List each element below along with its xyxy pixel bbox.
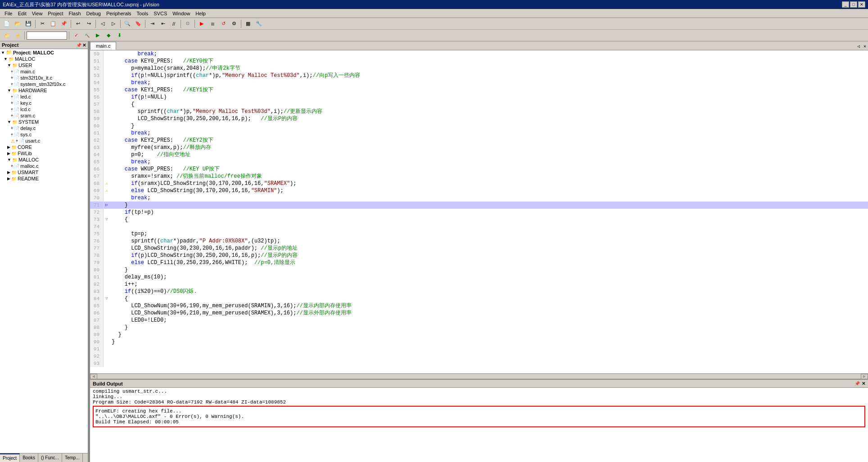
tree-readme-folder[interactable]: ▶ 📁 README: [0, 175, 88, 182]
mallocc-expand: +: [11, 164, 13, 168]
menu-edit[interactable]: Edit: [15, 10, 29, 17]
tab-books[interactable]: Books: [20, 453, 38, 462]
layout-btn[interactable]: ▦: [243, 19, 253, 28]
paste-btn[interactable]: 📌: [59, 19, 69, 28]
tab-project[interactable]: Project: [0, 453, 20, 462]
rebuild-btn[interactable]: ▶: [93, 31, 103, 40]
code-line-57: 57 {: [90, 101, 868, 108]
usmart-folder-icon: 📁: [11, 170, 17, 175]
code-line-88: 88 }: [90, 324, 868, 331]
project-panel-close[interactable]: ✕: [82, 43, 86, 48]
target-input[interactable]: MALLOC: [27, 31, 67, 40]
code-line-51: 51 case KEY0_PRES: //KEY0按下: [90, 58, 868, 65]
build-all-btn[interactable]: 🔨: [82, 31, 92, 40]
run-btn[interactable]: ▶: [197, 19, 207, 28]
tab-scroll-left[interactable]: ◁: [855, 43, 862, 50]
tree-main-c[interactable]: + 📄 main.c: [0, 68, 88, 75]
tree-key-label: key.c: [20, 100, 32, 106]
tab-functions[interactable]: () Func...: [38, 453, 62, 462]
new-file-btn[interactable]: 📄: [2, 19, 12, 28]
output-line-1: compiling usmart_str.c...: [93, 389, 865, 394]
outdent-btn[interactable]: ⇤: [158, 19, 168, 28]
build-btn[interactable]: ⚙: [183, 19, 193, 28]
tree-hardware-folder[interactable]: ▼ 📁 HARDWARE: [0, 87, 88, 94]
tree-malloc-root[interactable]: ▼ 📁 MALLOC: [0, 56, 88, 62]
menu-debug[interactable]: Debug: [84, 10, 104, 17]
reset-btn[interactable]: ↺: [218, 19, 228, 28]
delay-expand: +: [11, 126, 13, 130]
code-line-62: 62 case KEY2_PRES: //KEY2按下: [90, 137, 868, 144]
tree-system-stm32[interactable]: + 📄 system_stm32f10x.c: [0, 81, 88, 87]
menu-view[interactable]: View: [29, 10, 45, 17]
tree-malloc-c[interactable]: + 📄 malloc.c: [0, 163, 88, 169]
navigate-back-btn[interactable]: ◁: [98, 19, 108, 28]
navigate-fwd-btn[interactable]: ▷: [108, 19, 118, 28]
tree-led-c[interactable]: + 📄 led.c: [0, 94, 88, 100]
tree-user-folder[interactable]: ▼ 📁 USER: [0, 62, 88, 68]
tree-lcd-c[interactable]: + 📄 lcd.c: [0, 106, 88, 112]
tree-system-folder[interactable]: ▼ 📁 SYSTEM: [0, 119, 88, 125]
check-btn[interactable]: ✓: [71, 31, 81, 40]
output-close-btn[interactable]: ✕: [862, 381, 865, 386]
titlebar-controls[interactable]: _ □ ✕: [842, 1, 865, 8]
readme-expand-icon: ▶: [7, 176, 10, 181]
stop-btn[interactable]: ⏹: [208, 19, 217, 28]
tree-stm32-it-label: stm32f10x_it.c: [20, 75, 52, 81]
options-btn[interactable]: ⚙: [229, 19, 239, 28]
scroll-left-btn[interactable]: ◁: [90, 374, 97, 379]
open-btn[interactable]: 📂: [13, 19, 23, 28]
save-btn[interactable]: 💾: [23, 19, 33, 28]
tree-delay-c[interactable]: + 📄 delay.c: [0, 125, 88, 131]
sys-expand-icon: ▼: [7, 120, 11, 124]
search-btn[interactable]: 🔍: [122, 19, 132, 28]
proj-btn2[interactable]: ⚡: [13, 31, 23, 40]
code-line-92: 92: [90, 353, 868, 360]
menu-file[interactable]: File: [2, 10, 15, 17]
tree-core-folder[interactable]: ▶ 📁 CORE: [0, 144, 88, 150]
menu-window[interactable]: Window: [170, 10, 193, 17]
tree-project-root[interactable]: ▼ 📁 Project: MALLOC: [0, 49, 88, 56]
tree-sys-c[interactable]: + 📄 sys.c: [0, 131, 88, 138]
menu-peripherals[interactable]: Peripherals: [104, 10, 134, 17]
settings-btn[interactable]: 🔧: [254, 19, 264, 28]
comment-btn[interactable]: //: [169, 19, 179, 28]
tree-fwlib-folder[interactable]: ▶ 📁 FWLib: [0, 150, 88, 157]
tab-templates[interactable]: Temp...: [62, 453, 83, 462]
sep5: [145, 20, 145, 28]
cut-btn[interactable]: ✂: [37, 19, 47, 28]
tree-malloc-folder2[interactable]: ▼ 📁 MALLOC: [0, 157, 88, 163]
tree-usmart-folder[interactable]: ▶ 📁 USMART: [0, 169, 88, 175]
project-panel-pin[interactable]: 📌: [76, 43, 81, 48]
code-line-67: 67 sramx=!sramx; //切换当前malloc/free操作对象: [90, 173, 868, 180]
user-folder-icon: 📁: [12, 63, 18, 68]
output-pin-btn[interactable]: 📌: [854, 381, 860, 386]
menu-svcs[interactable]: SVCS: [151, 10, 170, 17]
maximize-button[interactable]: □: [850, 1, 857, 8]
tree-stm32-it[interactable]: + 📄 stm32f10x_it.c: [0, 75, 88, 81]
close-button[interactable]: ✕: [858, 1, 865, 8]
file-expand-icon2: +: [11, 76, 13, 80]
code-hscroll[interactable]: ◁ ▷: [90, 373, 868, 379]
tab-main-c[interactable]: main.c: [90, 42, 116, 50]
minimize-button[interactable]: _: [842, 1, 849, 8]
tree-sram-c[interactable]: + 📄 sram.c: [0, 112, 88, 119]
menu-project[interactable]: Project: [45, 10, 66, 17]
tree-key-c[interactable]: + 📄 key.c: [0, 100, 88, 106]
download-btn[interactable]: ⬇: [114, 31, 124, 40]
indent-btn[interactable]: ⇥: [147, 19, 157, 28]
code-line-56: 56 if(p!=NULL): [90, 94, 868, 101]
menu-tools[interactable]: Tools: [134, 10, 151, 17]
tree-usart-c[interactable]: ⚠ + 📄 usart.c: [0, 138, 88, 144]
scroll-right-btn[interactable]: ▷: [861, 374, 868, 379]
undo-btn[interactable]: ↩: [73, 19, 83, 28]
stop-build-btn[interactable]: ◆: [104, 31, 113, 40]
tab-scroll-right[interactable]: ✕: [862, 43, 868, 50]
sram-file-icon: 📄: [14, 113, 19, 118]
bookmark-btn[interactable]: 🔖: [133, 19, 143, 28]
menu-help[interactable]: Help: [193, 10, 208, 17]
code-line-78: 78 if(p)LCD_ShowString(30,250,200,16,16,…: [90, 252, 868, 259]
proj-btn1[interactable]: 📁: [2, 31, 12, 40]
copy-btn[interactable]: 📋: [48, 19, 58, 28]
redo-btn[interactable]: ↪: [84, 19, 94, 28]
menu-flash[interactable]: Flash: [66, 10, 84, 17]
